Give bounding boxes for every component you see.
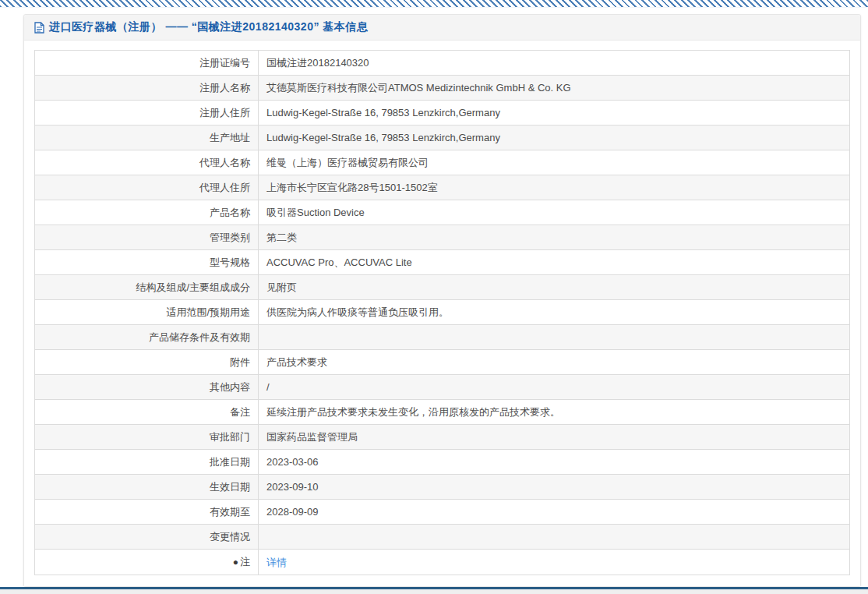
note-icon: ● (233, 557, 238, 567)
table-row: 其他内容 / (35, 375, 850, 400)
row-label-cell: 型号规格 (35, 250, 259, 275)
row-label-cell: 审批部门 (35, 425, 259, 450)
row-value-cell: 维曼（上海）医疗器械贸易有限公司 (259, 150, 850, 175)
row-label-cell: 其他内容 (35, 375, 259, 400)
row-label-cell: 生效日期 (35, 475, 259, 500)
row-label-cell: 产品储存条件及有效期 (35, 325, 259, 350)
page-footer (0, 589, 868, 594)
table-row: 适用范围/预期用途 供医院为病人作吸痰等普通负压吸引用。 (35, 300, 850, 325)
panel-heading: 进口医疗器械（注册） —— “国械注进20182140320” 基本信息 (24, 15, 860, 41)
row-value: 艾德莫斯医疗科技有限公司ATMOS Medizintechnik GmbH & … (266, 82, 571, 94)
table-row: 变更情况 (35, 525, 850, 550)
table-row: ●注 详情 (35, 550, 850, 575)
table-row: 附件 产品技术要求 (35, 350, 850, 375)
row-label: 批准日期 (210, 456, 250, 468)
row-value: 延续注册产品技术要求未发生变化，沿用原核发的产品技术要求。 (266, 406, 560, 418)
row-label-cell: 产品名称 (35, 200, 259, 225)
row-label: 审批部门 (210, 431, 250, 443)
row-label-cell: 注册人住所 (35, 101, 259, 126)
row-label-cell: 结构及组成/主要组成成分 (35, 275, 259, 300)
row-label: 管理类别 (210, 232, 250, 243)
row-value-cell: 国家药品监督管理局 (259, 425, 850, 450)
row-value-cell: ACCUVAC Pro、ACCUVAC Lite (259, 250, 850, 275)
row-label: 备注 (230, 406, 250, 418)
row-label: 注 (240, 556, 250, 567)
row-value-cell (259, 525, 850, 550)
row-label-cell: 代理人名称 (35, 150, 259, 175)
row-value-cell: 详情 (259, 550, 850, 575)
row-value-cell (259, 325, 850, 350)
row-label-cell: ●注 (35, 550, 259, 575)
row-value-cell: 2023-03-06 (259, 450, 850, 475)
row-label: 结构及组成/主要组成成分 (136, 281, 250, 293)
table-row: 生产地址 Ludwig-Kegel-Straße 16, 79853 Lenzk… (35, 126, 850, 150)
table-row: 有效期至 2028-09-09 (35, 500, 850, 525)
row-label: 型号规格 (210, 256, 250, 268)
row-value-cell: Ludwig-Kegel-Straße 16, 79853 Lenzkirch,… (259, 101, 850, 126)
row-value: 2023-09-10 (266, 481, 319, 493)
row-label-cell: 生产地址 (35, 126, 259, 150)
table-row: 管理类别 第二类 (35, 225, 850, 250)
row-value: Ludwig-Kegel-Straße 16, 79853 Lenzkirch,… (266, 132, 500, 143)
row-label: 产品名称 (210, 207, 250, 218)
row-label-cell: 附件 (35, 350, 259, 375)
row-value-cell: 国械注进20182140320 (259, 51, 850, 76)
row-value-cell: 2028-09-09 (259, 500, 850, 525)
row-value: 国械注进20182140320 (266, 57, 369, 69)
row-label-cell: 批准日期 (35, 450, 259, 475)
row-label: 代理人名称 (199, 157, 250, 168)
top-stripe-bar (0, 0, 868, 8)
row-value: 2028-09-09 (266, 506, 319, 518)
row-value-cell: / (259, 375, 850, 400)
row-label-cell: 注册人名称 (35, 76, 259, 101)
row-label-cell: 变更情况 (35, 525, 259, 550)
row-value-cell: 2023-09-10 (259, 475, 850, 500)
row-label: 生效日期 (210, 481, 250, 493)
table-row: 注册人名称 艾德莫斯医疗科技有限公司ATMOS Medizintechnik G… (35, 76, 850, 101)
row-label: 有效期至 (210, 506, 250, 518)
document-icon (34, 22, 44, 34)
row-value: 国家药品监督管理局 (266, 431, 358, 443)
row-label-cell: 代理人住所 (35, 175, 259, 200)
table-row: 备注 延续注册产品技术要求未发生变化，沿用原核发的产品技术要求。 (35, 400, 850, 425)
row-value: ACCUVAC Pro、ACCUVAC Lite (266, 256, 412, 268)
row-label-cell: 备注 (35, 400, 259, 425)
row-value: Ludwig-Kegel-Straße 16, 79853 Lenzkirch,… (266, 107, 500, 118)
row-label: 附件 (230, 356, 250, 368)
row-value-cell: 第二类 (259, 225, 850, 250)
table-row: 审批部门 国家药品监督管理局 (35, 425, 850, 450)
row-value: 上海市长宁区宣化路28号1501-1502室 (266, 182, 438, 193)
row-label: 代理人住所 (199, 182, 250, 193)
table-row: 型号规格 ACCUVAC Pro、ACCUVAC Lite (35, 250, 850, 275)
row-value-cell: 艾德莫斯医疗科技有限公司ATMOS Medizintechnik GmbH & … (259, 76, 850, 101)
row-label-cell: 适用范围/预期用途 (35, 300, 259, 325)
row-label: 其他内容 (210, 381, 250, 393)
row-label: 适用范围/预期用途 (166, 306, 250, 318)
row-label: 产品储存条件及有效期 (149, 331, 250, 343)
row-value-cell: 产品技术要求 (259, 350, 850, 375)
detail-link[interactable]: 详情 (266, 557, 287, 568)
row-value-cell: 延续注册产品技术要求未发生变化，沿用原核发的产品技术要求。 (259, 400, 850, 425)
page-main: 进口医疗器械（注册） —— “国械注进20182140320” 基本信息 注册证… (0, 8, 868, 587)
row-value: 吸引器Suction Device (266, 207, 365, 218)
page-title: 进口医疗器械（注册） —— “国械注进20182140320” 基本信息 (49, 20, 368, 34)
row-label: 生产地址 (210, 132, 250, 143)
table-row: 批准日期 2023-03-06 (35, 450, 850, 475)
row-label: 注册证编号 (199, 57, 250, 69)
table-row: 注册人住所 Ludwig-Kegel-Straße 16, 79853 Lenz… (35, 101, 850, 126)
registration-info-panel: 进口医疗器械（注册） —— “国械注进20182140320” 基本信息 注册证… (23, 14, 861, 587)
row-value-cell: Ludwig-Kegel-Straße 16, 79853 Lenzkirch,… (259, 126, 850, 150)
row-value: 供医院为病人作吸痰等普通负压吸引用。 (266, 306, 449, 318)
row-value: 产品技术要求 (266, 356, 327, 368)
row-value: 见附页 (266, 281, 297, 293)
table-row: 产品储存条件及有效期 (35, 325, 850, 350)
row-value-cell: 吸引器Suction Device (259, 200, 850, 225)
panel-body: 注册证编号 国械注进20182140320 注册人名称 艾德莫斯医疗科技有限公司… (24, 41, 860, 586)
row-value-cell: 见附页 (259, 275, 850, 300)
row-value: 第二类 (266, 232, 297, 243)
row-label: 注册人名称 (199, 82, 250, 94)
info-table-body: 注册证编号 国械注进20182140320 注册人名称 艾德莫斯医疗科技有限公司… (35, 51, 850, 575)
table-row: 代理人名称 维曼（上海）医疗器械贸易有限公司 (35, 150, 850, 175)
row-value: / (266, 381, 270, 393)
table-row: 结构及组成/主要组成成分 见附页 (35, 275, 850, 300)
